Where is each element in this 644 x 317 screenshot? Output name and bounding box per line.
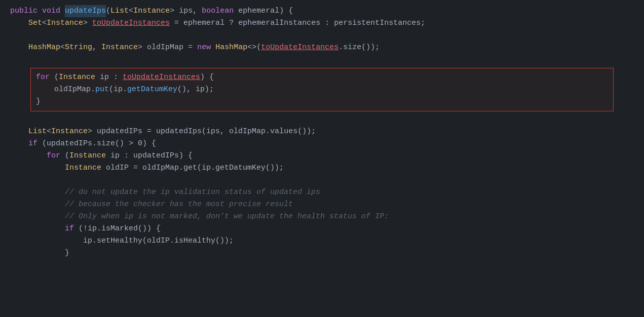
- code-line-12: for (Instance ip : updatedIPs) {: [0, 150, 644, 162]
- code-line-blank-1: [0, 29, 644, 42]
- code-line-1: public void updateIps(List<Instance> ips…: [0, 5, 644, 17]
- keyword-boolean: boolean: [202, 5, 234, 17]
- code-line-4: HashMap<String, Instance> oldIpMap = new…: [0, 42, 644, 54]
- keyword-new: new: [197, 42, 211, 54]
- keyword-for: for: [36, 71, 50, 84]
- code-line-18: if (!ip.isMarked()) {: [0, 223, 644, 235]
- highlighted-line-1: for (Instance ip : toUpdateInstances) {: [36, 71, 608, 84]
- code-line-2: Set<Instance> toUpdateInstances = epheme…: [0, 17, 644, 29]
- keyword-for-2: for: [47, 150, 60, 162]
- code-line-comment-3: // Only when ip is not marked, don’t we …: [0, 211, 644, 223]
- highlighted-line-3: }: [36, 96, 608, 108]
- code-line-13: Instance oldIP = oldIpMap.get(ip.getDatu…: [0, 162, 644, 174]
- keyword-void: void: [42, 5, 60, 17]
- var-toUpdateInstances: toUpdateInstances: [92, 17, 170, 29]
- keyword-if-1: if: [28, 138, 37, 150]
- method-name: updateIps: [65, 5, 106, 17]
- code-line-11: if (updatedIPs.size() > 0) {: [0, 138, 644, 150]
- code-line-blank-3: [0, 113, 644, 126]
- code-line-20: }: [0, 247, 644, 259]
- code-editor: public void updateIps(List<Instance> ips…: [0, 0, 644, 264]
- code-line-10: List<Instance> updatedIPs = updatedIps(i…: [0, 126, 644, 138]
- code-line-comment-2: // because the checker has the most prec…: [0, 199, 644, 211]
- keyword-public: public: [10, 5, 37, 17]
- highlighted-for-block: for (Instance ip : toUpdateInstances) { …: [30, 68, 614, 111]
- keyword-if-2: if: [65, 223, 74, 235]
- code-line-comment-1: // do not update the ip validation statu…: [0, 186, 644, 199]
- code-line-blank-2: [0, 54, 644, 66]
- code-line-19: ip.setHealthy(oldIP.isHealthy());: [0, 235, 644, 247]
- highlighted-line-2: oldIpMap.put(ip.getDatumKey(), ip);: [36, 84, 608, 96]
- code-line-blank-4: [0, 174, 644, 186]
